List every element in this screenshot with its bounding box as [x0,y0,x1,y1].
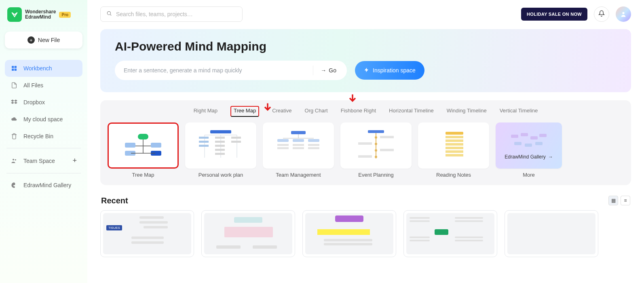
palette-icon [11,182,18,189]
gallery-card-label: EdrawMind Gallery [505,154,545,160]
svg-rect-39 [277,144,289,146]
sidebar-item-dropbox[interactable]: Dropbox [5,94,82,111]
recent-header: Recent ▦ ≡ [100,196,631,205]
tab-fishbone[interactable]: Fishbone Right [341,106,376,117]
search-icon [106,11,112,18]
svg-rect-38 [308,139,319,142]
generate-input[interactable] [124,67,313,74]
template-card-tree-map[interactable] [108,122,179,169]
svg-rect-25 [199,145,209,147]
sidebar-item-recycle[interactable]: Recycle Bin [5,128,82,145]
svg-rect-18 [210,130,231,133]
tab-horizontal-timeline[interactable]: Horizontal Timeline [389,106,434,117]
sidebar-item-all-files[interactable]: All Files [5,77,82,94]
list-icon: ≡ [624,198,627,203]
sidebar-item-team-space[interactable]: Team Space + [5,152,82,170]
sidebar-item-label: All Files [23,82,43,89]
svg-rect-62 [511,135,518,138]
tab-tree-map[interactable]: Tree Map [230,106,259,117]
recent-title: Recent [101,196,128,205]
recent-item[interactable] [505,210,598,257]
template-label: Team Management [276,172,321,178]
template-card-event-planning[interactable] [340,122,412,169]
list-view-button[interactable]: ≡ [621,196,630,205]
svg-rect-57 [446,139,463,142]
tab-org-chart[interactable]: Org Chart [305,106,328,117]
svg-rect-37 [293,139,304,142]
svg-rect-52 [358,142,372,145]
search-input[interactable] [116,11,236,17]
tab-winding-timeline[interactable]: Winding Timeline [447,106,487,117]
go-label: Go [329,67,336,74]
bolt-icon [364,67,370,74]
logo-icon [7,7,22,22]
sale-button[interactable]: HOLIDAY SALE ON NOW [521,8,587,21]
divider [6,173,81,173]
dropbox-icon [11,99,18,106]
svg-rect-14 [151,143,161,148]
svg-rect-8 [138,134,148,139]
recent-item[interactable] [201,210,295,257]
sidebar-item-label: Dropbox [23,99,45,106]
sidebar-item-workbench[interactable]: Workbench [5,60,82,77]
plus-icon[interactable]: + [72,156,77,165]
svg-rect-44 [308,147,319,149]
template-card-team-management[interactable] [263,122,334,169]
recent-item[interactable]: TISUES [100,210,194,257]
generate-box[interactable]: → Go [115,61,347,80]
sidebar-item-cloud[interactable]: My cloud space [5,111,82,128]
template-cards: Tree Map Personal work plan [108,122,624,178]
annotation-arrow-icon [347,93,358,106]
svg-point-7 [622,12,624,14]
template-card-personal-plan[interactable] [185,122,256,169]
new-file-label: New File [38,37,60,43]
search-box[interactable] [100,6,243,22]
svg-rect-45 [368,130,384,133]
divider [6,148,81,148]
brand-text: Wondershare EdrawMind [25,9,56,20]
svg-point-48 [375,143,377,145]
template-tabs: Right Map Tree Map Creative Org Chart Fi… [108,106,624,117]
template-card-wrap: Personal work plan [185,122,256,178]
svg-point-5 [15,159,16,160]
grid-view-button[interactable]: ▦ [608,196,618,205]
svg-rect-30 [215,153,225,155]
svg-rect-41 [293,144,304,146]
tab-vertical-timeline[interactable]: Vertical Timeline [500,106,538,117]
new-file-button[interactable]: + New File [5,32,82,49]
template-label: More [523,172,535,178]
template-card-wrap: EdrawMind Gallery → More [496,122,562,178]
svg-rect-29 [215,149,225,151]
template-card-gallery[interactable]: EdrawMind Gallery → [496,122,562,169]
recent-grid: TISUES [100,210,631,257]
hero-row: → Go Inspiration space [115,61,617,80]
svg-rect-32 [231,141,241,143]
arrow-right-icon: → [321,67,326,74]
go-button[interactable]: → Go [313,65,344,75]
file-icon [11,82,18,89]
main: HOLIDAY SALE ON NOW AI-Powered Mind Mapp… [87,0,644,283]
template-label: Event Planning [358,172,393,178]
svg-rect-54 [358,155,372,158]
brand-line2: EdrawMind [25,15,56,20]
svg-rect-27 [215,141,225,143]
inspiration-button[interactable]: Inspiration space [355,61,424,80]
tab-creative[interactable]: Creative [272,106,291,117]
recent-item[interactable] [302,210,396,257]
avatar[interactable] [616,6,631,22]
sidebar-item-gallery[interactable]: EdrawMind Gallery [5,177,82,194]
svg-rect-65 [539,134,547,137]
tab-right-map[interactable]: Right Map [194,106,217,117]
svg-point-50 [375,156,377,158]
svg-rect-31 [231,137,241,139]
svg-rect-60 [446,150,463,153]
grid-icon [11,65,18,72]
svg-rect-58 [446,143,463,146]
template-section: Right Map Tree Map Creative Org Chart Fi… [100,100,631,185]
svg-rect-36 [277,139,289,142]
svg-rect-59 [446,147,463,149]
template-label: Tree Map [132,172,154,178]
recent-item[interactable] [403,210,497,257]
template-card-reading-notes[interactable] [418,122,489,169]
notifications-button[interactable] [594,6,609,22]
